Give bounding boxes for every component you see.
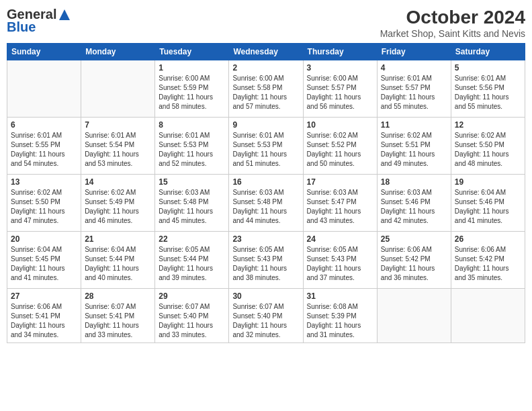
day-number: 18 bbox=[381, 177, 447, 187]
logo-blue-text: Blue bbox=[7, 19, 36, 35]
day-number: 22 bbox=[159, 234, 225, 244]
day-info: Sunrise: 6:02 AM Sunset: 5:50 PM Dayligh… bbox=[455, 131, 521, 169]
day-number: 20 bbox=[11, 234, 77, 244]
day-number: 2 bbox=[232, 63, 299, 73]
calendar-header-wednesday: Wednesday bbox=[229, 44, 303, 60]
day-number: 15 bbox=[159, 177, 225, 187]
calendar-cell: 17Sunrise: 6:03 AM Sunset: 5:47 PM Dayli… bbox=[303, 175, 377, 232]
day-info: Sunrise: 6:00 AM Sunset: 5:58 PM Dayligh… bbox=[232, 74, 299, 111]
calendar-cell: 15Sunrise: 6:03 AM Sunset: 5:48 PM Dayli… bbox=[155, 175, 229, 232]
day-number: 19 bbox=[455, 177, 521, 187]
day-info: Sunrise: 6:02 AM Sunset: 5:50 PM Dayligh… bbox=[11, 188, 77, 226]
day-number: 10 bbox=[307, 120, 373, 130]
calendar-cell: 31Sunrise: 6:08 AM Sunset: 5:39 PM Dayli… bbox=[303, 289, 377, 343]
calendar-cell: 8Sunrise: 6:01 AM Sunset: 5:53 PM Daylig… bbox=[155, 118, 229, 175]
day-info: Sunrise: 6:04 AM Sunset: 5:44 PM Dayligh… bbox=[85, 245, 151, 283]
day-info: Sunrise: 6:07 AM Sunset: 5:40 PM Dayligh… bbox=[232, 302, 299, 340]
calendar-cell: 7Sunrise: 6:01 AM Sunset: 5:54 PM Daylig… bbox=[81, 118, 155, 175]
day-info: Sunrise: 6:06 AM Sunset: 5:42 PM Dayligh… bbox=[381, 245, 447, 283]
calendar-cell bbox=[451, 289, 525, 343]
calendar-cell: 19Sunrise: 6:04 AM Sunset: 5:46 PM Dayli… bbox=[451, 175, 525, 232]
day-number: 12 bbox=[455, 120, 521, 130]
day-info: Sunrise: 6:00 AM Sunset: 5:59 PM Dayligh… bbox=[159, 74, 225, 111]
day-info: Sunrise: 6:01 AM Sunset: 5:53 PM Dayligh… bbox=[159, 131, 225, 169]
day-number: 4 bbox=[381, 63, 447, 73]
day-number: 9 bbox=[232, 120, 299, 130]
calendar-cell bbox=[81, 60, 155, 118]
day-info: Sunrise: 6:04 AM Sunset: 5:45 PM Dayligh… bbox=[11, 245, 77, 283]
subtitle: Market Shop, Saint Kitts and Nevis bbox=[380, 28, 525, 39]
calendar-cell: 23Sunrise: 6:05 AM Sunset: 5:43 PM Dayli… bbox=[229, 232, 303, 289]
calendar-table: SundayMondayTuesdayWednesdayThursdayFrid… bbox=[7, 43, 525, 343]
calendar-cell: 13Sunrise: 6:02 AM Sunset: 5:50 PM Dayli… bbox=[7, 175, 81, 232]
day-number: 28 bbox=[85, 291, 151, 301]
svg-marker-0 bbox=[59, 9, 70, 20]
calendar-cell: 22Sunrise: 6:05 AM Sunset: 5:44 PM Dayli… bbox=[155, 232, 229, 289]
day-number: 27 bbox=[11, 291, 77, 301]
day-number: 11 bbox=[381, 120, 447, 130]
calendar-header-thursday: Thursday bbox=[303, 44, 377, 60]
day-info: Sunrise: 6:01 AM Sunset: 5:57 PM Dayligh… bbox=[381, 74, 447, 111]
title-section: October 2024 Market Shop, Saint Kitts an… bbox=[380, 7, 525, 39]
calendar-week-4: 20Sunrise: 6:04 AM Sunset: 5:45 PM Dayli… bbox=[7, 232, 525, 289]
day-info: Sunrise: 6:03 AM Sunset: 5:46 PM Dayligh… bbox=[381, 188, 447, 226]
calendar-header-friday: Friday bbox=[377, 44, 451, 60]
day-info: Sunrise: 6:06 AM Sunset: 5:41 PM Dayligh… bbox=[11, 302, 77, 340]
calendar-cell: 1Sunrise: 6:00 AM Sunset: 5:59 PM Daylig… bbox=[155, 60, 229, 118]
day-info: Sunrise: 6:00 AM Sunset: 5:57 PM Dayligh… bbox=[307, 74, 373, 111]
day-number: 16 bbox=[232, 177, 299, 187]
calendar-cell: 21Sunrise: 6:04 AM Sunset: 5:44 PM Dayli… bbox=[81, 232, 155, 289]
day-info: Sunrise: 6:03 AM Sunset: 5:47 PM Dayligh… bbox=[307, 188, 373, 226]
day-info: Sunrise: 6:01 AM Sunset: 5:56 PM Dayligh… bbox=[455, 74, 521, 111]
calendar-cell bbox=[7, 60, 81, 118]
day-info: Sunrise: 6:05 AM Sunset: 5:43 PM Dayligh… bbox=[307, 245, 373, 283]
calendar-cell: 29Sunrise: 6:07 AM Sunset: 5:40 PM Dayli… bbox=[155, 289, 229, 343]
day-number: 24 bbox=[307, 234, 373, 244]
day-info: Sunrise: 6:08 AM Sunset: 5:39 PM Dayligh… bbox=[307, 302, 373, 340]
day-number: 8 bbox=[159, 120, 225, 130]
day-number: 21 bbox=[85, 234, 151, 244]
calendar-cell: 28Sunrise: 6:07 AM Sunset: 5:41 PM Dayli… bbox=[81, 289, 155, 343]
day-number: 14 bbox=[85, 177, 151, 187]
calendar-cell: 20Sunrise: 6:04 AM Sunset: 5:45 PM Dayli… bbox=[7, 232, 81, 289]
day-number: 23 bbox=[232, 234, 299, 244]
calendar-cell: 26Sunrise: 6:06 AM Sunset: 5:42 PM Dayli… bbox=[451, 232, 525, 289]
calendar-week-5: 27Sunrise: 6:06 AM Sunset: 5:41 PM Dayli… bbox=[7, 289, 525, 343]
calendar-cell: 25Sunrise: 6:06 AM Sunset: 5:42 PM Dayli… bbox=[377, 232, 451, 289]
calendar-header-sunday: Sunday bbox=[7, 44, 81, 60]
day-number: 29 bbox=[159, 291, 225, 301]
calendar-cell bbox=[377, 289, 451, 343]
calendar-header-monday: Monday bbox=[81, 44, 155, 60]
calendar-cell: 11Sunrise: 6:02 AM Sunset: 5:51 PM Dayli… bbox=[377, 118, 451, 175]
day-number: 13 bbox=[11, 177, 77, 187]
calendar-week-2: 6Sunrise: 6:01 AM Sunset: 5:55 PM Daylig… bbox=[7, 118, 525, 175]
day-number: 1 bbox=[159, 63, 225, 73]
page-header: General Blue October 2024 Market Shop, S… bbox=[7, 7, 525, 39]
calendar-cell: 27Sunrise: 6:06 AM Sunset: 5:41 PM Dayli… bbox=[7, 289, 81, 343]
calendar-cell: 9Sunrise: 6:01 AM Sunset: 5:53 PM Daylig… bbox=[229, 118, 303, 175]
day-info: Sunrise: 6:07 AM Sunset: 5:41 PM Dayligh… bbox=[85, 302, 151, 340]
calendar-cell: 3Sunrise: 6:00 AM Sunset: 5:57 PM Daylig… bbox=[303, 60, 377, 118]
day-number: 3 bbox=[307, 63, 373, 73]
calendar-cell: 2Sunrise: 6:00 AM Sunset: 5:58 PM Daylig… bbox=[229, 60, 303, 118]
day-info: Sunrise: 6:03 AM Sunset: 5:48 PM Dayligh… bbox=[159, 188, 225, 226]
day-info: Sunrise: 6:01 AM Sunset: 5:54 PM Dayligh… bbox=[85, 131, 151, 169]
calendar-header-saturday: Saturday bbox=[451, 44, 525, 60]
calendar-week-1: 1Sunrise: 6:00 AM Sunset: 5:59 PM Daylig… bbox=[7, 60, 525, 118]
calendar-cell: 5Sunrise: 6:01 AM Sunset: 5:56 PM Daylig… bbox=[451, 60, 525, 118]
day-info: Sunrise: 6:05 AM Sunset: 5:44 PM Dayligh… bbox=[159, 245, 225, 283]
calendar-cell: 14Sunrise: 6:02 AM Sunset: 5:49 PM Dayli… bbox=[81, 175, 155, 232]
day-number: 5 bbox=[455, 63, 521, 73]
day-number: 17 bbox=[307, 177, 373, 187]
calendar-cell: 16Sunrise: 6:03 AM Sunset: 5:48 PM Dayli… bbox=[229, 175, 303, 232]
day-info: Sunrise: 6:03 AM Sunset: 5:48 PM Dayligh… bbox=[232, 188, 299, 226]
main-title: October 2024 bbox=[380, 7, 525, 28]
day-number: 7 bbox=[85, 120, 151, 130]
day-number: 31 bbox=[307, 291, 373, 301]
calendar-cell: 4Sunrise: 6:01 AM Sunset: 5:57 PM Daylig… bbox=[377, 60, 451, 118]
calendar-cell: 30Sunrise: 6:07 AM Sunset: 5:40 PM Dayli… bbox=[229, 289, 303, 343]
day-info: Sunrise: 6:01 AM Sunset: 5:53 PM Dayligh… bbox=[232, 131, 299, 169]
calendar-cell: 6Sunrise: 6:01 AM Sunset: 5:55 PM Daylig… bbox=[7, 118, 81, 175]
day-number: 30 bbox=[232, 291, 299, 301]
day-number: 26 bbox=[455, 234, 521, 244]
